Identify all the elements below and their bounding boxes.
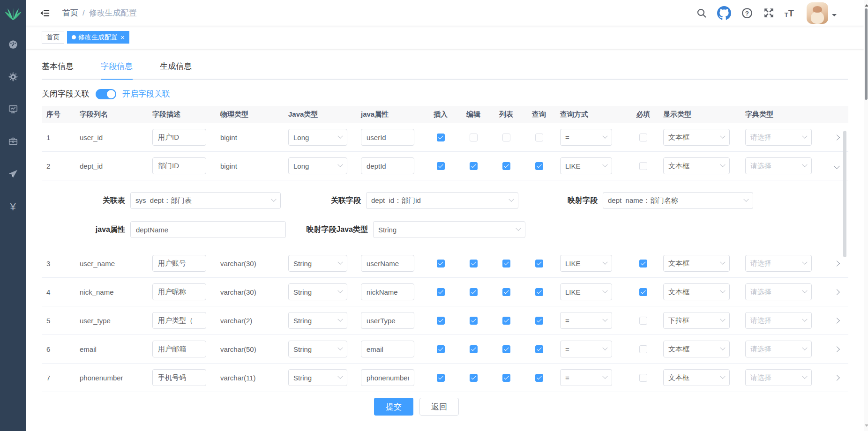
tab-gen-info[interactable]: 生成信息 — [160, 61, 192, 80]
tab-basic-info[interactable]: 基本信息 — [42, 61, 74, 80]
dict-type-select[interactable]: 请选择 — [745, 283, 812, 300]
required-checkbox[interactable] — [639, 162, 647, 170]
query-checkbox[interactable] — [535, 374, 543, 382]
query-type-select[interactable]: = — [560, 129, 612, 146]
table-scrollbar-thumb[interactable] — [843, 131, 846, 257]
edit-checkbox[interactable] — [470, 374, 478, 382]
query-type-select[interactable]: LIKE — [560, 157, 612, 174]
edit-checkbox[interactable] — [470, 317, 478, 325]
edit-checkbox[interactable] — [470, 162, 478, 170]
github-icon[interactable] — [717, 6, 731, 20]
java-field-input[interactable] — [361, 341, 414, 357]
list-checkbox[interactable] — [502, 317, 510, 325]
list-checkbox[interactable] — [502, 288, 510, 296]
dict-type-select[interactable]: 请选择 — [745, 369, 812, 386]
query-checkbox[interactable] — [535, 345, 543, 353]
expand-row-icon[interactable] — [834, 375, 840, 381]
java-field-input[interactable] — [361, 283, 414, 300]
page-scrollbar[interactable] — [864, 0, 868, 431]
expand-row-icon[interactable] — [834, 346, 840, 352]
expand-row-icon[interactable] — [834, 289, 840, 295]
required-checkbox[interactable] — [639, 134, 647, 141]
required-checkbox[interactable] — [639, 374, 647, 382]
java-field-input[interactable] — [361, 312, 414, 329]
java-attr-input[interactable] — [130, 221, 286, 238]
query-type-select[interactable]: = — [560, 312, 612, 329]
scroll-up-arrow-icon[interactable] — [865, 2, 868, 7]
user-dropdown[interactable] — [807, 2, 837, 24]
list-checkbox[interactable] — [502, 162, 510, 170]
java-type-select[interactable]: String — [288, 312, 347, 329]
question-icon[interactable]: ? — [741, 7, 753, 19]
java-type-select[interactable]: Long — [288, 157, 347, 174]
fullscreen-icon[interactable] — [763, 7, 775, 19]
sidebar-item-pay[interactable]: ¥ — [0, 191, 26, 223]
required-checkbox[interactable] — [639, 288, 647, 296]
column-desc-input[interactable] — [152, 341, 206, 357]
column-desc-input[interactable] — [152, 255, 206, 272]
java-type-select[interactable]: String — [288, 369, 347, 386]
column-desc-input[interactable] — [152, 283, 206, 300]
tab-field-info[interactable]: 字段信息 — [101, 61, 133, 80]
list-checkbox[interactable] — [502, 134, 510, 141]
query-checkbox[interactable] — [535, 288, 543, 296]
mapping-field-select[interactable]: dept_name：部门名称 — [603, 192, 753, 209]
query-checkbox[interactable] — [535, 317, 543, 325]
edit-checkbox[interactable] — [470, 345, 478, 353]
required-checkbox[interactable] — [639, 345, 647, 353]
display-type-select[interactable]: 文本框 — [663, 255, 730, 272]
query-type-select[interactable]: = — [560, 341, 612, 357]
mapping-java-type-select[interactable]: String — [373, 221, 525, 238]
java-field-input[interactable] — [361, 369, 414, 386]
page-scrollbar-thumb[interactable] — [865, 8, 868, 100]
java-type-select[interactable]: Long — [288, 129, 347, 146]
insert-checkbox[interactable] — [437, 345, 445, 353]
display-type-select[interactable]: 文本框 — [663, 157, 730, 174]
display-type-select[interactable]: 文本框 — [663, 283, 730, 300]
dict-type-select[interactable]: 请选择 — [745, 157, 812, 174]
breadcrumb-home[interactable]: 首页 — [62, 7, 78, 18]
query-type-select[interactable]: LIKE — [560, 283, 612, 300]
query-checkbox[interactable] — [535, 134, 543, 141]
expand-row-icon[interactable] — [834, 134, 840, 141]
sidebar-item-guide[interactable] — [0, 158, 26, 191]
search-icon[interactable] — [696, 7, 707, 19]
insert-checkbox[interactable] — [437, 288, 445, 296]
list-checkbox[interactable] — [502, 260, 510, 268]
java-field-input[interactable] — [361, 129, 414, 146]
insert-checkbox[interactable] — [437, 260, 445, 268]
query-type-select[interactable]: LIKE — [560, 255, 612, 272]
close-icon[interactable]: × — [120, 34, 125, 41]
hamburger-fold-icon[interactable] — [40, 8, 50, 18]
column-desc-input[interactable] — [152, 157, 206, 174]
scroll-down-arrow-icon[interactable] — [865, 424, 868, 429]
required-checkbox[interactable] — [639, 260, 647, 268]
dict-type-select[interactable]: 请选择 — [745, 312, 812, 329]
font-size-icon[interactable]: TT — [785, 8, 794, 18]
list-checkbox[interactable] — [502, 345, 510, 353]
list-checkbox[interactable] — [502, 374, 510, 382]
edit-checkbox[interactable] — [470, 288, 478, 296]
edit-checkbox[interactable] — [470, 134, 478, 141]
expand-row-icon[interactable] — [834, 260, 840, 267]
java-field-input[interactable] — [361, 157, 414, 174]
edit-checkbox[interactable] — [470, 260, 478, 268]
sidebar-item-monitor[interactable] — [0, 94, 26, 126]
back-button[interactable]: 返回 — [419, 398, 459, 416]
dict-type-select[interactable]: 请选择 — [745, 129, 812, 146]
query-checkbox[interactable] — [535, 162, 543, 170]
java-field-input[interactable] — [361, 255, 414, 272]
java-type-select[interactable]: String — [288, 341, 347, 357]
sidebar-item-system[interactable] — [0, 61, 26, 94]
column-desc-input[interactable] — [152, 129, 206, 146]
relation-field-select[interactable]: dept_id：部门id — [366, 192, 518, 209]
java-type-select[interactable]: String — [288, 283, 347, 300]
java-type-select[interactable]: String — [288, 255, 347, 272]
display-type-select[interactable]: 下拉框 — [663, 312, 730, 329]
expand-row-icon[interactable] — [834, 318, 840, 324]
expand-row-icon[interactable] — [834, 163, 840, 169]
required-checkbox[interactable] — [639, 317, 647, 325]
sidebar-item-tool[interactable] — [0, 126, 26, 158]
display-type-select[interactable]: 文本框 — [663, 129, 730, 146]
tag-home[interactable]: 首页 — [42, 31, 64, 44]
